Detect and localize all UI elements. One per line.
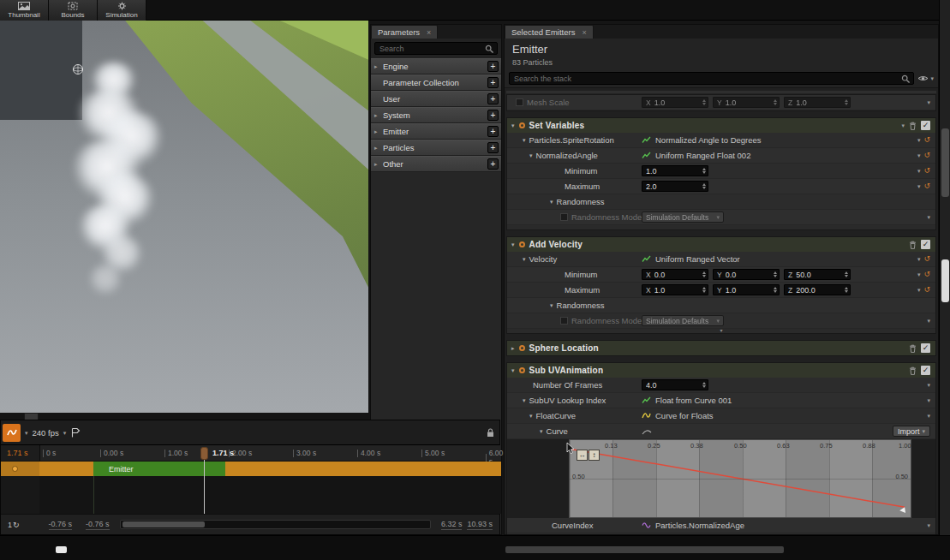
add-parameter-button[interactable]: + [487,110,499,121]
velocity-min-z-field[interactable]: Z50.0 [784,269,851,280]
add-parameter-button[interactable]: + [487,93,499,104]
tab-selected-emitters[interactable]: Selected Emitters × [505,25,594,39]
param-section-parameter-collection[interactable]: Parameter Collection + [371,74,501,91]
scale-curve-row[interactable]: Scale Curve 1.0 ▾ [507,533,935,534]
bottom-scrollbar-area[interactable] [0,535,950,560]
module-enabled-checkbox[interactable]: ✓ [921,121,930,130]
subuv-lookup-index-row[interactable]: ▾SubUV Lookup Index Float from Curve 001… [507,393,935,408]
float-curve-row[interactable]: ▾FloatCurve Curve for Floats ▾ [507,408,935,424]
reset-to-default-icon[interactable]: ↺ [923,167,930,175]
expand-caret-icon[interactable]: ▾ [529,152,533,158]
bounds-button[interactable]: Bounds [49,0,98,21]
keyframe-marker-icon[interactable] [70,427,81,438]
reset-to-default-icon[interactable]: ↺ [923,182,930,190]
add-parameter-button[interactable]: + [487,61,499,72]
chevron-down-icon[interactable]: ▾ [63,430,67,436]
expand-caret-icon[interactable]: ▾ [529,413,533,419]
spinner-icon[interactable] [702,183,706,189]
velocity-minimum-row[interactable]: Minimum X0.0 Y0.0 Z50.0 ▾↺ [507,267,935,283]
timeline-scrollbar[interactable] [120,520,431,529]
expand-caret-icon[interactable]: ▾ [523,397,526,403]
param-section-emitter[interactable]: ▸ Emitter + [371,123,501,140]
param-section-user[interactable]: User + [371,91,501,107]
chevron-down-icon[interactable]: ▾ [927,99,930,105]
spinner-icon[interactable] [702,271,706,277]
velocity-min-x-field[interactable]: X0.0 [642,269,708,280]
reset-to-default-icon[interactable]: ↺ [923,255,930,263]
niagara-icon[interactable] [3,424,21,442]
range-start-field[interactable]: -0.76 s [49,520,73,530]
velocity-max-y-field[interactable]: Y1.0 [713,284,780,295]
emitter-track[interactable]: Emitter [39,462,501,476]
chevron-down-icon[interactable]: ▾ [917,168,921,174]
velocity-max-x-field[interactable]: X1.0 [642,284,708,295]
expand-caret-icon[interactable]: ▾ [523,137,526,143]
curve-row[interactable]: ▾Curve Import▾ [507,424,935,439]
view-end-field[interactable]: 6.32 s [441,520,463,530]
param-section-system[interactable]: ▸ System + [371,107,501,123]
normalized-angle-row[interactable]: ▾NormalizedAngle Uniform Ranged Float 00… [507,148,935,164]
chevron-down-icon[interactable]: ▾ [917,271,921,277]
chevron-right-icon[interactable]: ▸ [374,63,380,70]
delete-module-icon[interactable] [909,241,917,249]
expand-caret-icon[interactable]: ▾ [550,302,553,308]
chevron-down-icon[interactable]: ▾ [927,382,930,388]
expand-caret-icon[interactable]: ▾ [540,428,543,434]
delete-module-icon[interactable] [909,344,917,353]
close-icon[interactable]: × [427,28,431,37]
timeline-ruler[interactable]: 0 s 0.00 s 1.00 s 2.00 s 3.00 s 4.00 s 5… [39,445,501,462]
parameters-search-input[interactable] [375,45,497,53]
timeline-scroll-thumb[interactable] [122,521,205,527]
delete-module-icon[interactable] [909,366,917,375]
spinner-icon[interactable] [702,168,706,174]
reset-to-default-icon[interactable]: ↺ [923,136,930,144]
expand-caret-icon[interactable]: ▾ [523,256,526,262]
expand-caret-icon[interactable]: ▾ [550,199,553,205]
minimum-field[interactable]: 1.0 [642,165,708,176]
checkbox-unchecked[interactable] [560,213,568,221]
loop-mode-button[interactable]: 1↻ [8,521,20,529]
expand-caret-icon[interactable]: ▾ [511,367,515,373]
curve-plot[interactable]: 0.13 0.25 0.38 0.50 0.63 0.75 0.88 1.00 … [569,439,911,518]
chevron-down-icon[interactable]: ▾ [927,214,930,220]
thumbnail-button[interactable]: Thumbnail [0,0,49,21]
chevron-right-icon[interactable]: ▸ [374,128,380,135]
chevron-down-icon[interactable]: ▾ [927,413,930,419]
minimum-row[interactable]: Minimum 1.0 ▾↺ [507,164,935,179]
range-end-field[interactable]: 10.93 s [467,520,493,530]
checkbox-unchecked[interactable] [560,317,568,325]
reset-to-default-icon[interactable]: ↺ [923,152,930,159]
chevron-down-icon[interactable]: ▾ [927,522,930,528]
velocity-min-y-field[interactable]: Y0.0 [713,269,780,280]
add-parameter-button[interactable]: + [487,77,499,88]
timeline-tab-nub[interactable] [24,413,39,420]
maximum-row[interactable]: Maximum 2.0 ▾↺ [507,179,935,194]
randomness-mode-dropdown[interactable]: Simulation Defaults▾ [642,211,724,223]
chevron-down-icon[interactable]: ▾ [917,137,921,143]
set-variables-header[interactable]: ▾ Set Variables ▾ ✓ [507,118,935,133]
add-parameter-button[interactable]: + [487,126,499,137]
spinner-icon[interactable] [845,99,848,105]
mesh-scale-z-field[interactable]: Z1.0 [784,97,851,108]
tab-parameters[interactable]: Parameters × [371,25,438,39]
frames-field[interactable]: 4.0 [642,379,708,390]
chevron-down-icon[interactable]: ▾ [917,287,921,293]
velocity-maximum-row[interactable]: Maximum X1.0 Y1.0 Z200.0 ▾↺ [507,283,935,298]
spinner-icon[interactable] [774,271,777,277]
velocity-row[interactable]: ▾Velocity Uniform Ranged Vector ▾↺ [507,252,935,267]
module-enabled-checkbox[interactable]: ✓ [921,366,930,375]
scroll-thumb[interactable] [941,128,949,197]
sub-uv-animation-header[interactable]: ▾ Sub UVAnimation ✓ [507,363,935,378]
import-button[interactable]: Import▾ [893,426,930,437]
param-section-particles[interactable]: ▸ Particles + [371,140,501,156]
chevron-right-icon[interactable]: ▸ [374,112,380,119]
lock-icon[interactable] [487,428,494,438]
horizontal-scroll-thumb[interactable] [56,546,67,553]
scroll-thumb-active[interactable] [941,259,949,302]
velocity-max-z-field[interactable]: Z200.0 [784,284,851,295]
right-vertical-scrollbar[interactable] [939,0,950,560]
curve-editor[interactable]: 0.13 0.25 0.38 0.50 0.63 0.75 0.88 1.00 … [507,439,935,518]
simulation-button[interactable]: Simulation [98,0,146,21]
module-enabled-checkbox[interactable]: ✓ [921,240,930,249]
module-collapse-strip[interactable]: ▾ [507,329,935,333]
